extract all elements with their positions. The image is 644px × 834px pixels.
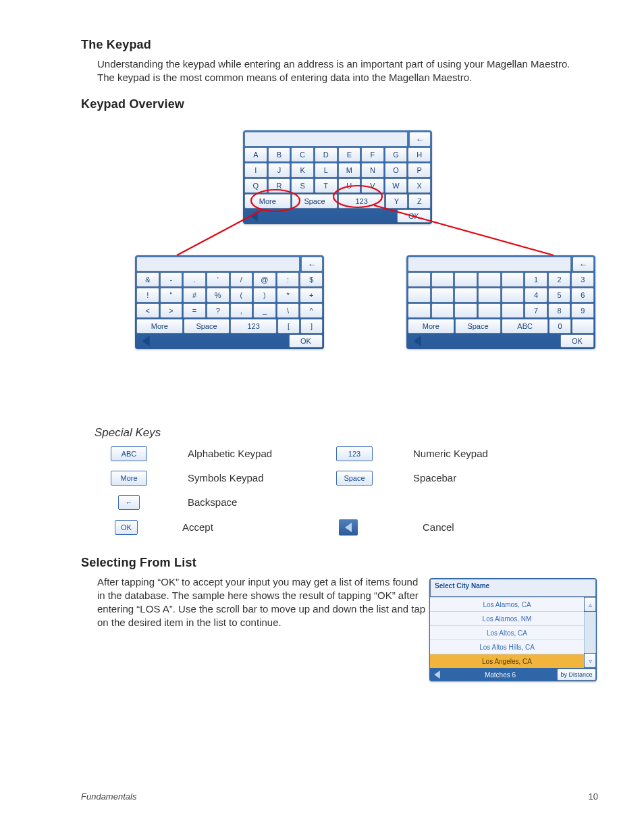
text-input[interactable] (136, 257, 300, 271)
scrollbar[interactable]: ▵ ▿ (584, 597, 596, 668)
city-row-selected[interactable]: Los Angeles, CA (430, 654, 584, 668)
key-0[interactable]: 0 (549, 319, 571, 334)
key-more[interactable]: More (408, 319, 454, 334)
city-row[interactable]: Los Altos Hills, CA (430, 640, 584, 654)
by-distance-button[interactable]: by Distance (557, 669, 596, 681)
key-sym[interactable]: # (183, 288, 206, 303)
text-input[interactable] (408, 257, 571, 271)
city-row[interactable]: Los Alamos, CA (430, 597, 584, 611)
key-p[interactable]: P (408, 163, 431, 178)
key-sym[interactable]: / (230, 272, 253, 287)
key-q[interactable]: Q (244, 178, 267, 193)
key-h[interactable]: H (408, 147, 431, 162)
cancel-triangle-icon[interactable] (430, 669, 444, 681)
key-v[interactable]: V (361, 178, 384, 193)
cancel-triangle-icon[interactable] (408, 334, 427, 348)
backspace-key[interactable]: ← (409, 132, 431, 147)
key-1[interactable]: 1 (525, 272, 547, 287)
backspace-key-icon: ← (118, 495, 140, 510)
key-c[interactable]: C (291, 147, 314, 162)
key-s[interactable]: S (291, 178, 314, 193)
key-sym[interactable]: > (160, 303, 183, 318)
key-sym[interactable]: ' (207, 272, 230, 287)
key-x[interactable]: X (408, 178, 431, 193)
key-sym[interactable]: : (277, 272, 300, 287)
key-abc[interactable]: ABC (502, 319, 548, 334)
cancel-triangle-icon[interactable] (136, 334, 155, 348)
key-sym[interactable]: ! (136, 288, 159, 303)
key-blank (502, 272, 525, 287)
text-input[interactable] (244, 132, 408, 147)
key-rightbracket[interactable]: ] (300, 319, 323, 334)
key-sym[interactable]: , (230, 303, 253, 318)
key-f[interactable]: F (361, 147, 384, 162)
key-k[interactable]: K (291, 163, 314, 178)
backspace-key[interactable]: ← (572, 257, 594, 271)
key-sym[interactable]: < (136, 303, 159, 318)
key-y[interactable]: Y (385, 194, 408, 209)
key-4[interactable]: 4 (525, 288, 547, 303)
key-more[interactable]: More (244, 194, 291, 209)
key-more[interactable]: More (136, 319, 183, 334)
key-j[interactable]: J (268, 163, 291, 178)
key-w[interactable]: W (385, 178, 408, 193)
key-sym[interactable]: . (183, 272, 206, 287)
key-sym[interactable]: @ (253, 272, 276, 287)
key-e[interactable]: E (338, 147, 361, 162)
ok-button[interactable]: OK (289, 334, 323, 348)
key-5[interactable]: 5 (548, 288, 571, 303)
city-row[interactable]: Los Altos, CA (430, 625, 584, 640)
city-row[interactable]: Los Alamos, NM (430, 611, 584, 625)
key-3[interactable]: 3 (571, 272, 594, 287)
key-123[interactable]: 123 (338, 194, 385, 209)
svg-marker-7 (345, 523, 352, 532)
key-blank (431, 272, 454, 287)
key-t[interactable]: T (315, 178, 338, 193)
key-u[interactable]: U (338, 178, 361, 193)
key-9[interactable]: 9 (571, 303, 594, 318)
key-space[interactable]: Space (455, 319, 502, 334)
key-g[interactable]: G (385, 147, 408, 162)
footer-section: Fundamentals (81, 791, 136, 802)
key-o[interactable]: O (385, 163, 408, 178)
key-6[interactable]: 6 (571, 288, 594, 303)
key-sym[interactable]: - (160, 272, 183, 287)
key-l[interactable]: L (315, 163, 338, 178)
key-7[interactable]: 7 (525, 303, 547, 318)
key-sym[interactable]: * (277, 288, 300, 303)
key-leftbracket[interactable]: [ (277, 319, 300, 334)
cancel-triangle-icon[interactable] (244, 209, 263, 223)
key-sym[interactable]: ? (207, 303, 230, 318)
key-sym[interactable]: " (160, 288, 183, 303)
key-sym[interactable]: & (136, 272, 159, 287)
key-space[interactable]: Space (292, 194, 338, 209)
key-space[interactable]: Space (184, 319, 230, 334)
key-sym[interactable]: \ (277, 303, 300, 318)
key-n[interactable]: N (361, 163, 384, 178)
key-i[interactable]: I (244, 163, 267, 178)
ok-button[interactable]: OK (397, 209, 431, 223)
key-8[interactable]: 8 (548, 303, 571, 318)
key-123[interactable]: 123 (230, 319, 277, 334)
key-sym[interactable]: ( (230, 288, 253, 303)
scroll-up-icon[interactable]: ▵ (584, 597, 596, 612)
key-sym[interactable]: ^ (300, 303, 323, 318)
key-sym[interactable]: ) (253, 288, 276, 303)
key-sym[interactable]: $ (300, 272, 323, 287)
scroll-track[interactable] (584, 612, 596, 653)
key-a[interactable]: A (244, 147, 267, 162)
key-m[interactable]: M (338, 163, 361, 178)
key-2[interactable]: 2 (548, 272, 571, 287)
key-r[interactable]: R (268, 178, 291, 193)
scroll-down-icon[interactable]: ▿ (584, 653, 596, 668)
key-z[interactable]: Z (408, 194, 431, 209)
key-sym[interactable]: % (207, 288, 230, 303)
ok-button[interactable]: OK (560, 334, 594, 348)
keypad-alphabetic: ← A B C D E F G H I J K L M N O P Q R S … (243, 130, 432, 224)
backspace-key[interactable]: ← (301, 257, 323, 271)
key-sym[interactable]: + (300, 288, 323, 303)
key-b[interactable]: B (268, 147, 291, 162)
key-d[interactable]: D (315, 147, 338, 162)
key-sym[interactable]: _ (253, 303, 276, 318)
key-sym[interactable]: = (183, 303, 206, 318)
